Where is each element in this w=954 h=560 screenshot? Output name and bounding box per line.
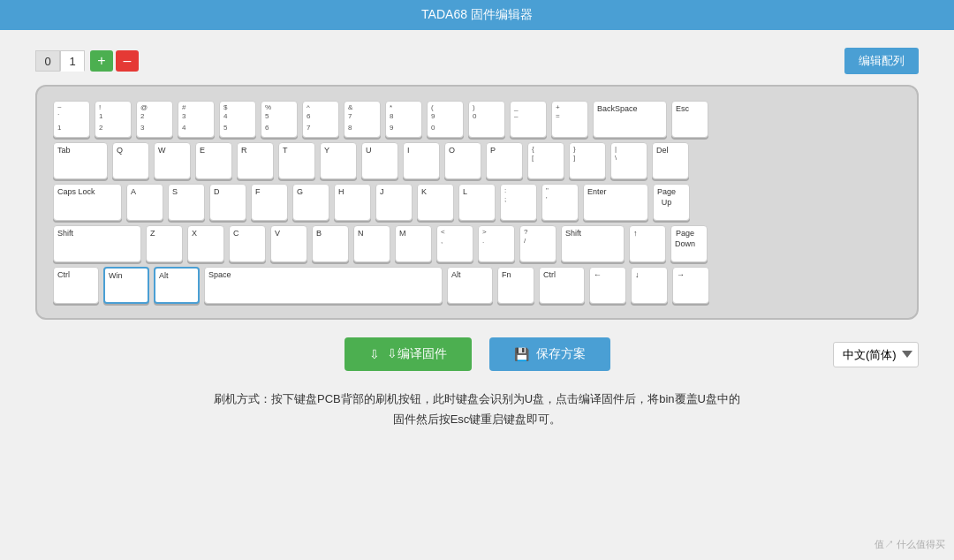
key-7[interactable]: & 7 8 [344,101,381,138]
key-9[interactable]: ( 9 0 [427,101,464,138]
key-6[interactable]: ^ 6 7 [302,101,339,138]
key-space[interactable]: Space [204,267,443,304]
key-a[interactable]: A [126,184,163,221]
key-n[interactable]: N [353,225,390,262]
compile-label: ⇩编译固件 [387,346,447,362]
key-minus[interactable]: _ – [510,101,547,138]
key-row-5: Ctrl Win Alt Space Alt Fn Ctrl [53,267,901,304]
key-comma[interactable]: < , [436,225,473,262]
key-p[interactable]: P [486,142,523,179]
save-button[interactable]: 💾 保存方案 [489,337,610,371]
key-esc[interactable]: Esc [671,101,708,138]
key-win[interactable]: Win [103,267,149,304]
key-right-alt[interactable]: Alt [447,267,493,304]
key-row-4: Shift Z X C V B N M < , > . ? [53,225,901,262]
key-fn[interactable]: Fn [497,267,534,304]
key-4[interactable]: $ 4 5 [219,101,256,138]
edit-config-button[interactable]: 编辑配列 [844,48,919,74]
key-v[interactable]: V [270,225,307,262]
key-page-up[interactable]: PageUp [653,184,690,221]
layer-tab-0[interactable]: 0 [35,50,60,72]
remove-layer-button[interactable]: – [116,50,139,72]
key-page-down[interactable]: PageDown [670,225,708,262]
info-text: 刷机方式：按下键盘PCB背部的刷机按钮，此时键盘会识别为U盘，点击编译固件后，将… [35,389,919,430]
key-rbracket[interactable]: } ] [569,142,606,179]
key-0[interactable]: ) 0 [468,101,505,138]
key-quote[interactable]: " ' [541,184,579,221]
key-lbracket[interactable]: { [ [527,142,564,179]
key-k[interactable]: K [417,184,454,221]
key-w[interactable]: W [154,142,191,179]
key-h[interactable]: H [334,184,371,221]
language-select[interactable]: 中文(简体) English [833,342,919,367]
key-row-2: Tab Q W E R T Y U I O P { [ } ] [53,142,901,179]
app-title: TADA68 固件编辑器 [421,7,533,21]
key-right-ctrl[interactable]: Ctrl [539,267,585,304]
watermark: 值↗ 什么值得买 [874,538,945,551]
add-layer-button[interactable]: + [90,50,113,72]
key-slash[interactable]: ? / [519,225,556,262]
key-left-arrow[interactable]: ← [589,267,626,304]
key-del[interactable]: Del [652,142,689,179]
key-x[interactable]: X [187,225,224,262]
key-g[interactable]: G [292,184,329,221]
key-backslash[interactable]: | \ [610,142,647,179]
key-f[interactable]: F [251,184,288,221]
key-s[interactable]: S [168,184,205,221]
save-icon: 💾 [514,347,529,361]
key-i[interactable]: I [403,142,440,179]
bottom-bar: ⇩ ⇩编译固件 💾 保存方案 中文(简体) English [35,337,919,371]
compile-button[interactable]: ⇩ ⇩编译固件 [344,337,472,371]
key-1[interactable]: ! 1 2 [95,101,132,138]
key-row-3: Caps Lock A S D F G H J K L : ; " ' [53,184,901,221]
key-up-arrow[interactable]: ↑ [629,225,666,262]
keyboard: ~ ` 1 ! 1 2 @ 2 3 # 3 4 [53,101,901,304]
top-bar: 0 1 + – 编辑配列 [35,48,919,74]
key-tab[interactable]: Tab [53,142,108,179]
key-backspace[interactable]: BackSpace [593,101,667,138]
layer-tabs: 0 1 [35,50,85,72]
key-right-shift[interactable]: Shift [561,225,625,262]
key-z[interactable]: Z [146,225,183,262]
key-b[interactable]: B [312,225,349,262]
key-u[interactable]: U [361,142,398,179]
key-m[interactable]: M [395,225,432,262]
key-l[interactable]: L [458,184,496,221]
key-semicolon[interactable]: : ; [500,184,537,221]
key-e[interactable]: E [195,142,232,179]
key-down-arrow[interactable]: ↓ [631,267,668,304]
keyboard-container: ~ ` 1 ! 1 2 @ 2 3 # 3 4 [35,85,919,320]
key-q[interactable]: Q [112,142,149,179]
layer-tab-1[interactable]: 1 [60,50,85,72]
key-left-shift[interactable]: Shift [53,225,141,262]
key-8[interactable]: * 8 9 [385,101,422,138]
compile-icon: ⇩ [369,347,380,361]
key-left-ctrl[interactable]: Ctrl [53,267,99,304]
key-o[interactable]: O [444,142,481,179]
key-enter[interactable]: Enter [583,184,648,221]
key-left-alt[interactable]: Alt [154,267,200,304]
key-5[interactable]: % 5 6 [261,101,298,138]
save-label: 保存方案 [536,346,586,362]
key-r[interactable]: R [237,142,274,179]
key-3[interactable]: # 3 4 [178,101,215,138]
key-period[interactable]: > . [478,225,515,262]
title-bar: TADA68 固件编辑器 [0,0,954,30]
key-tilde[interactable]: ~ ` 1 [53,101,90,138]
key-caps-lock[interactable]: Caps Lock [53,184,122,221]
key-y[interactable]: Y [320,142,357,179]
key-right-arrow[interactable]: → [672,267,709,304]
key-c[interactable]: C [229,225,266,262]
key-d[interactable]: D [209,184,246,221]
key-equals[interactable]: + = [551,101,588,138]
key-j[interactable]: J [375,184,413,221]
key-2[interactable]: @ 2 3 [136,101,173,138]
main-content: 0 1 + – 编辑配列 ~ ` 1 ! 1 2 @ [0,30,954,560]
key-t[interactable]: T [278,142,315,179]
key-row-1: ~ ` 1 ! 1 2 @ 2 3 # 3 4 [53,101,901,138]
